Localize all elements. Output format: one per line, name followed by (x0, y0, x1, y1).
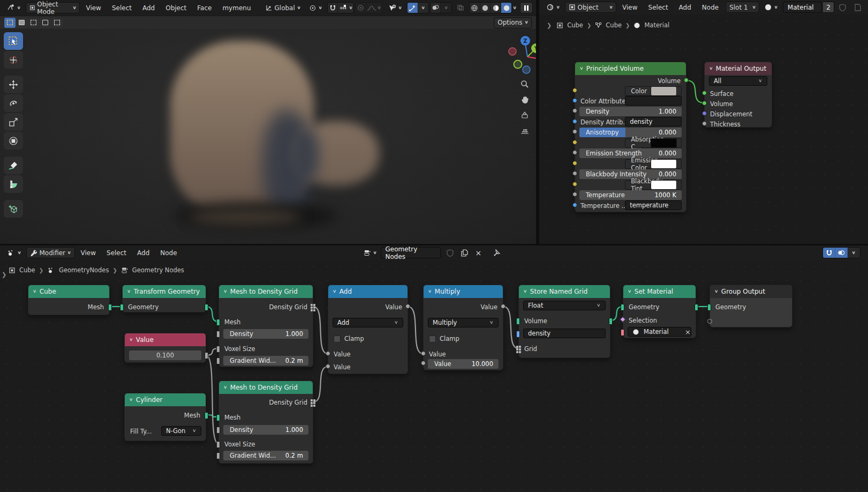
slider[interactable]: Emission Strength0.000 (579, 148, 682, 158)
node-header[interactable]: ∨Add (328, 285, 407, 298)
dropdown[interactable]: Add∨ (333, 318, 403, 327)
node-header[interactable]: ∨Transform Geometry (123, 285, 206, 298)
node-header[interactable]: ∨Cube (28, 285, 109, 298)
dropdown[interactable]: All∨ (709, 76, 767, 86)
fake-user-shield-button[interactable] (443, 247, 457, 258)
gizmos-toggle-group[interactable]: ∨ (407, 2, 429, 13)
node-socket[interactable] (572, 98, 577, 103)
material-users-count[interactable]: 2 (823, 2, 834, 13)
node-socket[interactable] (216, 357, 220, 364)
slider[interactable]: Density1.000 (223, 425, 308, 435)
dropdown[interactable]: N-Gon∨ (161, 426, 201, 436)
node-socket[interactable] (421, 351, 426, 356)
slider[interactable]: Density1.000 (579, 107, 682, 116)
menu-node[interactable]: Node (697, 2, 723, 13)
node-socket[interactable] (405, 304, 410, 309)
tool-move[interactable] (4, 76, 23, 93)
color-swatch[interactable] (651, 180, 677, 190)
node-header[interactable]: ∨Store Named Grid (519, 285, 610, 298)
node-socket[interactable] (216, 331, 220, 338)
transform-orientation-dropdown[interactable]: Global∨ (261, 2, 305, 13)
select-mode-buttons[interactable] (4, 18, 63, 28)
editor-type-button[interactable]: ∨ (3, 247, 25, 258)
crumb-object[interactable]: Cube (19, 266, 35, 274)
crumb-material[interactable]: Material (644, 21, 669, 29)
tool-transform[interactable] (4, 132, 23, 150)
tool-add-cube[interactable] (4, 200, 23, 218)
zoom-icon[interactable] (519, 78, 531, 90)
menu-node[interactable]: Node (155, 248, 182, 258)
cylinder-node[interactable]: ∨CylinderMeshFill Ty...N-Gon∨ (124, 393, 206, 441)
menu-add[interactable]: Add (138, 3, 160, 13)
node-socket[interactable] (621, 304, 624, 311)
material-output[interactable]: ∨Material OutputAll∨SurfaceVolumeDisplac… (704, 62, 772, 128)
multiply-node[interactable]: ∨MultiplyValueMultiply∨ClampValueValue10… (423, 285, 503, 370)
dropdown[interactable]: Float∨ (523, 301, 606, 310)
node-header[interactable]: ∨Principled Volume (575, 62, 686, 75)
menu-view[interactable]: View (617, 2, 642, 13)
pin-icon[interactable] (489, 247, 504, 258)
node-socket[interactable] (609, 318, 613, 325)
slider[interactable]: Value10.000 (428, 359, 499, 369)
node-header[interactable]: ∨Mesh to Density Grid (219, 381, 313, 394)
menu-add[interactable]: Add (132, 248, 154, 258)
slider[interactable]: Blackbody Intensity0.000 (579, 169, 682, 179)
set-material-node[interactable]: ∨Set MaterialGeometrySelectionMaterial× (623, 285, 696, 338)
checkbox[interactable] (429, 336, 436, 342)
node-socket[interactable] (702, 91, 707, 95)
menu-select[interactable]: Select (644, 2, 673, 13)
tool-rotate[interactable] (4, 94, 23, 112)
mesh-to-density-grid-2[interactable]: ∨Mesh to Density GridDensity GridMeshDen… (218, 381, 313, 464)
store-named-grid-node[interactable]: ∨Store Named GridFloat∨VolumedensityGrid (518, 285, 610, 358)
text-field[interactable]: density (625, 117, 682, 126)
snap-node-controls[interactable]: ∨ (822, 247, 861, 258)
region-toggle-arrow[interactable]: ❯ (547, 22, 552, 29)
node-socket[interactable] (572, 129, 577, 134)
node-socket[interactable] (311, 399, 315, 406)
node-header[interactable]: ∨Mesh to Density Grid (219, 285, 313, 298)
add-node[interactable]: ∨AddValueAdd∨ClampValueValue (328, 285, 408, 374)
unlink-node-tree-button[interactable]: × (472, 247, 486, 258)
node-socket[interactable] (516, 346, 521, 353)
node-socket[interactable] (572, 119, 577, 124)
node-socket[interactable] (516, 318, 520, 325)
value-node[interactable]: ∨Value0.100 (124, 333, 206, 363)
pan-hand-icon[interactable] (519, 94, 531, 106)
node-socket[interactable] (572, 171, 577, 176)
text-field[interactable] (625, 96, 682, 106)
xray-toggle[interactable] (453, 2, 468, 13)
node-tree-type-dropdown[interactable]: Modifier∨ (26, 247, 75, 258)
fake-user-shield-button[interactable] (835, 2, 850, 13)
node-socket[interactable] (216, 441, 220, 448)
slider[interactable]: Gradient Wid...0.2 m (223, 356, 308, 366)
tool-cursor[interactable] (4, 51, 23, 69)
node-socket[interactable] (216, 346, 220, 353)
shading-dropdown[interactable]: ∨ (513, 6, 517, 10)
node-socket[interactable] (572, 150, 577, 155)
slider[interactable]: Density1.000 (223, 329, 308, 339)
menu-select[interactable]: Select (107, 3, 137, 13)
node-socket[interactable] (216, 319, 220, 326)
material-name-field[interactable]: Material (783, 2, 822, 13)
node-socket[interactable] (216, 414, 220, 421)
copy-node-tree-button[interactable] (457, 247, 472, 258)
show-gizmo-object-dropdown[interactable]: ∨ (384, 2, 406, 13)
tool-scale[interactable] (4, 113, 23, 131)
node-socket[interactable] (421, 361, 426, 366)
value-slider[interactable]: 0.100 (129, 351, 201, 360)
node-socket[interactable] (707, 304, 711, 311)
mesh-to-density-grid-1[interactable]: ∨Mesh to Density GridDensity GridMeshDen… (218, 285, 313, 367)
slider[interactable]: Temperature1000 K (579, 190, 682, 200)
overlays-toggle-group[interactable]: ∨ (430, 2, 452, 13)
transform-geometry-node[interactable]: ∨Transform GeometryGeometry (122, 285, 206, 312)
node-socket[interactable] (205, 352, 208, 359)
shader-type-dropdown[interactable]: Object∨ (565, 2, 617, 13)
crumb-mesh[interactable]: Cube (606, 21, 622, 29)
menu-view[interactable]: View (76, 248, 101, 258)
node-socket[interactable] (572, 192, 577, 197)
node-socket[interactable] (572, 182, 577, 187)
material-field[interactable]: Material× (628, 327, 691, 337)
orthographic-grid-icon[interactable] (519, 125, 531, 137)
node-socket[interactable] (572, 140, 577, 145)
node-socket[interactable] (702, 121, 707, 126)
